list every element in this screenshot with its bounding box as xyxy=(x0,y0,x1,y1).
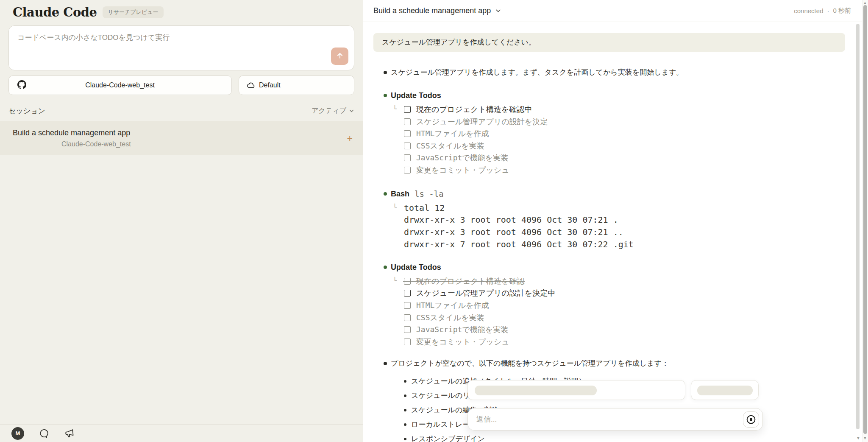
todo-item: CSSスタイルを実装 xyxy=(404,312,484,324)
todo-item: 現在のプロジェクト構造を確認中 xyxy=(404,104,532,116)
session-title: Build a schedule management app xyxy=(13,129,350,137)
session-list-item[interactable]: Build a schedule management app Claude-C… xyxy=(0,121,363,155)
assistant-message: プロジェクトが空なので、以下の機能を持つスケジュール管理アプリを作成します： xyxy=(363,358,868,369)
todo-item: JavaScriptで機能を実装 xyxy=(404,324,508,336)
todo-item: 現在のプロジェクト構造を確認 xyxy=(404,275,524,288)
tool-bullet-icon xyxy=(384,266,387,269)
tool-name: Update Todos xyxy=(391,262,441,273)
stop-circle-icon xyxy=(746,414,757,425)
conversation-panel: Build a schedule management app connecte… xyxy=(363,0,868,442)
send-button[interactable] xyxy=(331,48,348,65)
conversation-title: Build a schedule management app xyxy=(373,6,491,15)
todo-item: スケジュール管理アプリの設計を決定中 xyxy=(404,287,555,299)
tool-name: Bash xyxy=(391,188,409,199)
stop-button[interactable] xyxy=(743,411,759,428)
window-scrollbar-thumb[interactable] xyxy=(863,5,867,434)
reply-input[interactable] xyxy=(468,415,743,424)
github-icon xyxy=(17,80,26,91)
todo-item: スケジュール管理アプリの設計を決定 xyxy=(404,116,548,128)
research-preview-badge: リサーチプレビュー xyxy=(103,6,163,18)
new-session-composer[interactable] xyxy=(8,25,354,70)
chat-scrollbar[interactable] xyxy=(856,24,860,429)
new-session-input[interactable] xyxy=(9,26,354,70)
repo-name-label: Claude-Code-web_test xyxy=(26,81,214,89)
bullet-icon xyxy=(404,394,406,397)
session-repo-label: Claude-Code-web_test xyxy=(61,140,350,148)
connection-status: connected · 0 秒前 xyxy=(794,7,851,15)
session-filter-dropdown[interactable]: アクティブ xyxy=(312,106,354,115)
bullet-icon xyxy=(404,409,406,411)
plus-icon[interactable]: + xyxy=(347,132,353,144)
checkbox-icon xyxy=(404,130,411,137)
bash-output-line: drwxr-xr-x 7 root root 4096 Oct 30 07:22… xyxy=(404,238,868,251)
checkbox-icon xyxy=(404,154,411,161)
environment-name-label: Default xyxy=(259,81,281,89)
assistant-message: スケジュール管理アプリを作成します。まず、タスクを計画してから実装を開始します。 xyxy=(363,67,868,78)
checkbox-icon xyxy=(404,302,411,309)
checkbox-icon xyxy=(404,106,411,113)
feedback-chat-icon[interactable] xyxy=(39,428,50,439)
bullet-icon xyxy=(404,438,406,440)
result-connector-icon: └ xyxy=(393,202,404,251)
skeleton-bar xyxy=(475,386,597,395)
bullet-icon xyxy=(404,380,406,383)
app-logo: Claude Code xyxy=(13,5,97,20)
conversation-title-dropdown[interactable]: Build a schedule management app xyxy=(373,6,501,15)
scroll-down-arrow-icon[interactable]: ▼ xyxy=(863,436,867,440)
assistant-text: スケジュール管理アプリを作成します。まず、タスクを計画してから実装を開始します。 xyxy=(391,67,683,78)
todo-item: 変更をコミット・プッシュ xyxy=(404,164,509,176)
skeleton-bar xyxy=(697,386,753,395)
bash-output-line: drwxr-xr-x 3 root root 4096 Oct 30 07:21… xyxy=(404,226,868,238)
tool-result: └ 現在のプロジェクト構造を確認中 スケジュール管理アプリの設計を決定 HTML… xyxy=(363,104,868,176)
todo-item: JavaScriptで機能を実装 xyxy=(404,152,508,164)
chevron-down-icon xyxy=(349,108,354,114)
arrow-up-icon xyxy=(336,51,344,61)
megaphone-icon[interactable] xyxy=(64,428,75,439)
checkbox-icon xyxy=(404,278,411,285)
bash-output-line: total 12 xyxy=(404,202,868,214)
chevron-down-icon xyxy=(495,8,501,14)
window-scrollbar-track[interactable] xyxy=(862,0,868,442)
result-connector-icon: └ xyxy=(393,104,404,176)
tool-call-bash: Bash ls -la xyxy=(363,188,868,199)
loading-card xyxy=(691,380,759,400)
environment-selector-button[interactable]: Default xyxy=(239,76,354,95)
assistant-text: プロジェクトが空なので、以下の機能を持つスケジュール管理アプリを作成します： xyxy=(391,358,669,369)
result-connector-icon: └ xyxy=(393,275,404,348)
scroll-up-arrow-icon[interactable]: ▲ xyxy=(863,1,867,5)
brand-row: Claude Code リサーチプレビュー xyxy=(0,0,363,20)
tool-bullet-icon xyxy=(384,192,387,196)
checkbox-icon xyxy=(404,143,411,149)
scroll-down-arrow-icon[interactable]: ▼ xyxy=(856,436,860,440)
tool-call-update-todos: Update Todos xyxy=(363,262,868,273)
tool-bullet-icon xyxy=(384,94,387,97)
tool-call-update-todos: Update Todos xyxy=(363,90,868,101)
checkbox-icon xyxy=(404,314,411,321)
todo-item: CSSスタイルを実装 xyxy=(404,140,484,152)
user-message-bubble: スケジュール管理アプリを作成してください。 xyxy=(373,33,845,52)
bullet-icon xyxy=(384,362,387,365)
todo-item: HTMLファイルを作成 xyxy=(404,299,489,312)
feature-item: レスポンシブデザイン xyxy=(363,432,868,442)
todo-list: 現在のプロジェクト構造を確認中 スケジュール管理アプリの設計を決定 HTMLファ… xyxy=(404,104,868,176)
sessions-title: セッション xyxy=(8,106,45,116)
cloud-icon xyxy=(247,81,255,90)
checkbox-icon xyxy=(404,338,411,345)
tool-result: └ 現在のプロジェクト構造を確認 スケジュール管理アプリの設計を決定中 HTML… xyxy=(363,275,868,348)
conversation-header: Build a schedule management app connecte… xyxy=(363,0,868,22)
sidebar: Claude Code リサーチプレビュー Claude-Code-web_te… xyxy=(0,0,363,442)
avatar[interactable]: M xyxy=(11,427,24,440)
sidebar-footer: M xyxy=(0,424,363,442)
bash-command: ls -la xyxy=(415,188,444,199)
todo-item: HTMLファイルを作成 xyxy=(404,128,489,140)
tool-result: └ total 12 drwxr-xr-x 3 root root 4096 O… xyxy=(363,202,868,251)
source-buttons-row: Claude-Code-web_test Default xyxy=(8,76,354,95)
bullet-icon xyxy=(404,423,406,426)
sessions-header-row: セッション アクティブ xyxy=(8,106,354,116)
checkbox-icon xyxy=(404,118,411,125)
loading-card xyxy=(467,380,685,400)
reply-composer[interactable] xyxy=(467,408,763,431)
repo-selector-button[interactable]: Claude-Code-web_test xyxy=(8,76,232,95)
bash-output-line: drwxr-xr-x 3 root root 4096 Oct 30 07:21… xyxy=(404,214,868,226)
bullet-icon xyxy=(384,71,387,74)
